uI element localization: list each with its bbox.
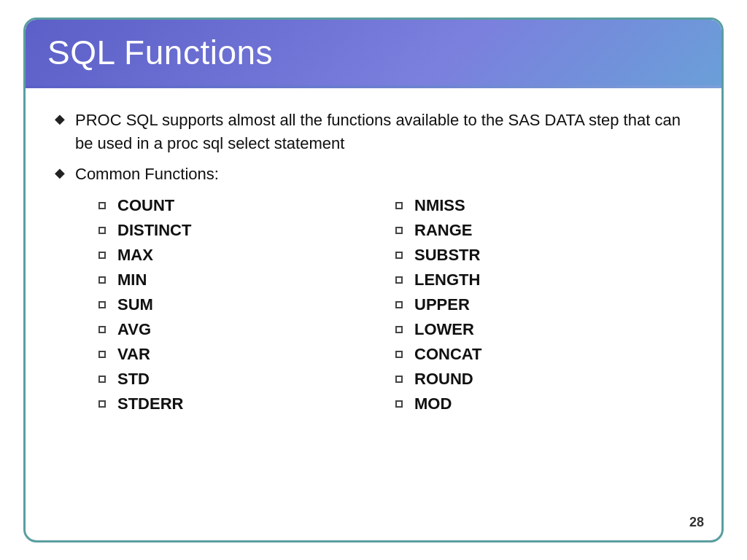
function-item-left-8: STDERR xyxy=(98,392,395,416)
func-bullet xyxy=(395,351,403,358)
func-name: MIN xyxy=(117,271,147,289)
func-bullet xyxy=(395,276,403,284)
page-number: 28 xyxy=(689,515,704,530)
bullet-2: ◆ Common Functions: xyxy=(55,163,692,186)
function-item-right-8: MOD xyxy=(395,392,692,416)
func-name: MOD xyxy=(414,394,452,413)
func-bullet xyxy=(395,326,403,333)
func-bullet xyxy=(395,400,403,408)
func-name: LENGTH xyxy=(414,271,480,289)
func-bullet xyxy=(98,400,106,408)
function-item-right-1: RANGE xyxy=(395,218,692,243)
function-item-left-4: SUM xyxy=(98,292,395,317)
func-name: NMISS xyxy=(414,196,465,215)
function-item-left-1: DISTINCT xyxy=(98,218,395,243)
function-item-right-5: LOWER xyxy=(395,317,692,342)
bullet-1: ◆ PROC SQL supports almost all the funct… xyxy=(55,109,692,155)
bullet-diamond-2: ◆ xyxy=(55,165,65,181)
function-item-left-5: AVG xyxy=(98,317,395,342)
func-name: VAR xyxy=(117,345,150,364)
functions-column-left: COUNT DISTINCT MAX MIN SUM AVG VAR STD S… xyxy=(98,193,395,416)
functions-column-right: NMISS RANGE SUBSTR LENGTH UPPER LOWER CO… xyxy=(395,193,692,416)
func-name: STDERR xyxy=(117,394,183,413)
func-bullet xyxy=(98,276,106,284)
func-name: CONCAT xyxy=(414,345,481,364)
bullet-text-1: PROC SQL supports almost all the functio… xyxy=(75,109,692,155)
func-name: SUBSTR xyxy=(414,246,480,265)
func-bullet xyxy=(98,202,106,209)
func-bullet xyxy=(395,202,403,209)
slide: SQL Functions ◆ PROC SQL supports almost… xyxy=(23,18,724,542)
func-name: RANGE xyxy=(414,221,472,240)
bullet-diamond-1: ◆ xyxy=(55,111,65,127)
func-name: DISTINCT xyxy=(117,221,191,240)
func-name: COUNT xyxy=(117,196,174,215)
func-bullet xyxy=(98,351,106,358)
function-item-right-0: NMISS xyxy=(395,193,692,218)
func-bullet xyxy=(395,252,403,259)
function-item-right-4: UPPER xyxy=(395,292,692,317)
slide-title: SQL Functions xyxy=(47,33,273,72)
function-item-left-6: VAR xyxy=(98,342,395,367)
function-item-right-3: LENGTH xyxy=(395,268,692,292)
func-bullet xyxy=(98,326,106,333)
func-name: STD xyxy=(117,370,150,389)
func-bullet xyxy=(395,376,403,383)
function-item-left-0: COUNT xyxy=(98,193,395,218)
function-item-right-7: ROUND xyxy=(395,367,692,392)
func-name: LOWER xyxy=(414,320,474,339)
func-name: SUM xyxy=(117,295,153,314)
func-bullet xyxy=(98,376,106,383)
func-name: MAX xyxy=(117,246,153,265)
function-item-left-7: STD xyxy=(98,367,395,392)
slide-header: SQL Functions xyxy=(26,20,721,85)
func-bullet xyxy=(98,227,106,234)
slide-body: ◆ PROC SQL supports almost all the funct… xyxy=(26,88,721,431)
func-bullet xyxy=(98,301,106,308)
function-item-right-6: CONCAT xyxy=(395,342,692,367)
func-name: UPPER xyxy=(414,295,470,314)
func-name: ROUND xyxy=(414,370,473,389)
func-name: AVG xyxy=(117,320,151,339)
functions-section: COUNT DISTINCT MAX MIN SUM AVG VAR STD S… xyxy=(98,193,692,416)
function-item-left-3: MIN xyxy=(98,268,395,292)
func-bullet xyxy=(98,252,106,259)
function-item-left-2: MAX xyxy=(98,243,395,268)
func-bullet xyxy=(395,301,403,308)
bullet-text-2: Common Functions: xyxy=(75,163,219,186)
function-item-right-2: SUBSTR xyxy=(395,243,692,268)
func-bullet xyxy=(395,227,403,234)
